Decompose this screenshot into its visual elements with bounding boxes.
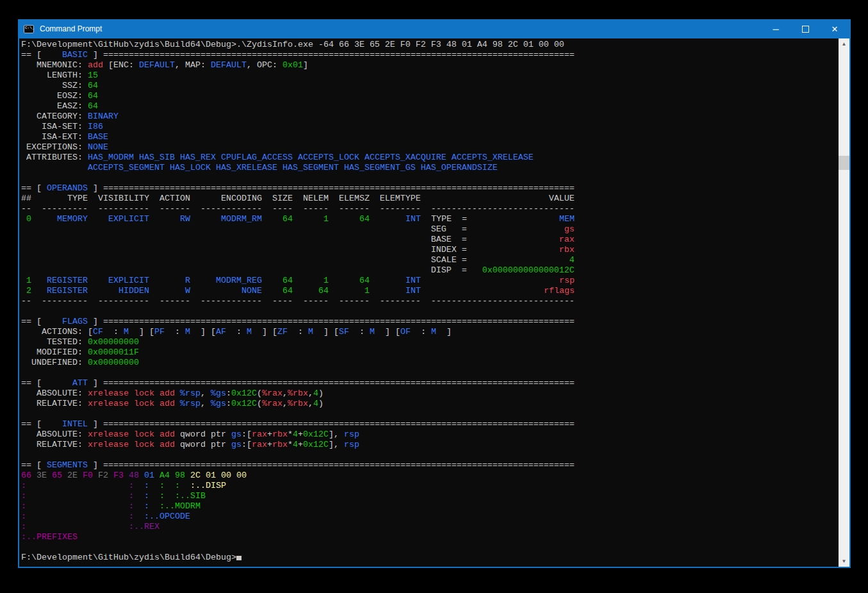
text-run xyxy=(370,214,405,224)
text-run: 0x12C xyxy=(303,430,329,439)
text-run xyxy=(154,471,160,480)
text-run: : xyxy=(129,512,134,521)
text-run: M xyxy=(185,327,190,337)
text-run: 3E xyxy=(37,471,47,480)
text-run xyxy=(421,194,549,203)
text-run: rax xyxy=(252,430,267,439)
text-run xyxy=(134,491,144,501)
text-run: INTEL xyxy=(62,419,88,429)
scrollbar[interactable]: ▲ ▼ xyxy=(839,38,849,567)
text-run: , xyxy=(283,399,288,408)
text-run: :..REX xyxy=(129,522,160,531)
terminal-line: INDEX = rbx xyxy=(21,245,839,255)
minimize-button[interactable]: ─ xyxy=(761,19,790,38)
scroll-up-icon[interactable]: ▲ xyxy=(839,38,849,49)
text-run: : xyxy=(165,327,185,337)
text-run xyxy=(293,214,323,224)
text-run xyxy=(26,501,129,511)
text-run: EXCEPTIONS: xyxy=(21,142,88,152)
text-run: 1 xyxy=(21,276,31,285)
text-run: ACCEPTS_SEGMENT HAS_LOCK HAS_XRELEASE HA… xyxy=(88,163,498,172)
text-run xyxy=(262,286,283,296)
scroll-down-icon[interactable]: ▼ xyxy=(839,556,849,567)
text-run: 2C 01 00 00 xyxy=(190,471,247,480)
text-run: BASE = xyxy=(431,235,467,244)
text-run: RELATIVE: xyxy=(21,399,88,408)
terminal-line: CATEGORY: BINARY xyxy=(21,112,839,122)
text-run: xrelease lock add xyxy=(88,430,180,439)
text-run xyxy=(262,276,283,285)
terminal-line: EXCEPTIONS: NONE xyxy=(21,142,839,153)
text-run: rbx xyxy=(559,245,575,255)
terminal-line: ABSOLUTE: xrelease lock add qword ptr gs… xyxy=(21,430,839,440)
text-run xyxy=(21,245,431,255)
text-run: 0x12C xyxy=(231,388,257,398)
terminal-line: == [ INTEL ] ===========================… xyxy=(21,419,839,430)
text-run xyxy=(421,286,544,296)
text-run: : xyxy=(129,491,134,501)
text-run: 4 xyxy=(313,399,318,408)
text-run: : xyxy=(21,522,26,531)
text-run xyxy=(108,471,113,480)
text-run: 0x0000011F xyxy=(88,347,139,357)
text-run: : xyxy=(21,501,26,511)
text-run: %rsp xyxy=(180,388,201,398)
terminal-line: SEG = gs xyxy=(21,224,839,235)
text-run: , xyxy=(201,388,211,398)
cmd-icon[interactable]: C:\_ xyxy=(24,25,34,33)
maximize-button[interactable] xyxy=(790,19,820,38)
text-run: rax xyxy=(252,440,267,449)
scrollbar-thumb[interactable] xyxy=(839,156,849,170)
text-run: 65 xyxy=(52,471,62,480)
text-run: * xyxy=(288,440,293,449)
text-run: : xyxy=(21,512,26,521)
text-run: INDEX = xyxy=(431,245,467,255)
text-run: SCALE = xyxy=(431,255,467,265)
text-run: :[ xyxy=(242,440,252,449)
text-run: INT xyxy=(405,214,421,224)
terminal-output[interactable]: F:\Development\GitHub\zydis\Build64\Debu… xyxy=(19,38,839,567)
text-run: VALUE xyxy=(549,194,575,203)
text-run: , xyxy=(283,388,288,398)
text-run: DEFAULT xyxy=(211,60,247,70)
text-run: ], xyxy=(329,430,344,439)
text-run: RW xyxy=(180,214,190,224)
text-run: ABSOLUTE: xyxy=(21,388,88,398)
terminal-line: ISA-EXT: BASE xyxy=(21,132,839,142)
text-run xyxy=(26,491,129,501)
text-run xyxy=(149,276,185,285)
text-run: 1 xyxy=(364,286,370,296)
text-run: qword ptr xyxy=(180,440,231,449)
text-run xyxy=(467,245,559,255)
terminal-line xyxy=(21,306,839,317)
terminal-line: ## TYPE VISIBILITY ACTION ENCODING SIZE … xyxy=(21,194,839,204)
text-run: F3 xyxy=(113,471,124,480)
text-run: REGISTER xyxy=(47,276,88,285)
text-run xyxy=(149,491,160,501)
text-run: 0x12C xyxy=(303,440,329,449)
close-button[interactable]: ✕ xyxy=(820,19,849,38)
terminal-line: SCALE = 4 xyxy=(21,255,839,265)
text-run: :..SIB xyxy=(175,491,206,501)
text-run: , xyxy=(308,388,313,398)
terminal-line: :..PREFIXES xyxy=(21,532,839,542)
text-run: gs xyxy=(231,440,242,449)
text-run xyxy=(26,512,129,521)
text-run: 4 xyxy=(293,440,298,449)
text-run: qword ptr xyxy=(180,430,231,439)
text-run: add xyxy=(88,60,103,70)
text-run: INT xyxy=(405,286,421,296)
titlebar[interactable]: C:\_ Command Prompt ─ ✕ xyxy=(19,19,849,38)
terminal-line: ATTRIBUTES: HAS_MODRM HAS_SIB HAS_REX CP… xyxy=(21,153,839,163)
text-run: xrelease lock add xyxy=(88,399,180,408)
text-run: : xyxy=(144,481,149,490)
text-run: gs xyxy=(231,430,242,439)
text-run xyxy=(165,481,175,490)
text-run: , xyxy=(308,399,313,408)
text-run: NONE xyxy=(242,286,262,296)
text-run: : xyxy=(411,327,431,337)
terminal-line: F:\Development\GitHub\zydis\Build64\Debu… xyxy=(21,40,839,50)
text-run: EASZ: xyxy=(21,101,88,111)
text-run: : xyxy=(349,327,370,337)
text-run xyxy=(329,276,359,285)
